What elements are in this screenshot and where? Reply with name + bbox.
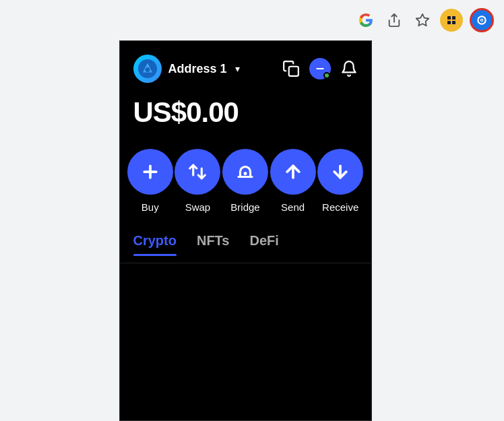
buy-label: Buy: [141, 201, 159, 213]
svg-point-12: [145, 67, 150, 72]
defi-tab-underline: [249, 254, 278, 256]
svg-rect-2: [447, 16, 451, 20]
google-icon[interactable]: [355, 9, 377, 31]
svg-point-17: [243, 172, 247, 175]
address-selector[interactable]: Address 1 ▾: [133, 55, 240, 83]
svg-rect-5: [452, 21, 455, 24]
bridge-label: Bridge: [230, 201, 259, 213]
bridge-action[interactable]: Bridge: [222, 149, 268, 213]
receive-action[interactable]: Receive: [317, 149, 363, 213]
popup-container: Address 1 ▾: [0, 40, 504, 421]
svg-point-9: [481, 20, 482, 21]
swap-button[interactable]: [175, 149, 220, 195]
active-extension-icon[interactable]: [470, 8, 494, 32]
swap-action[interactable]: Swap: [175, 149, 220, 213]
defi-tab-label: DeFi: [249, 233, 278, 249]
send-label: Send: [281, 201, 305, 213]
receive-button[interactable]: [317, 149, 363, 195]
header-actions: [282, 58, 358, 79]
svg-rect-3: [452, 16, 455, 20]
avatar: [133, 55, 162, 83]
tab-defi[interactable]: DeFi: [249, 233, 278, 263]
star-icon[interactable]: [412, 9, 433, 31]
nfts-tab-label: NFTs: [197, 233, 230, 249]
tabs-section: Crypto NFTs DeFi: [120, 226, 371, 263]
svg-rect-13: [288, 67, 298, 76]
bridge-button[interactable]: [222, 149, 268, 195]
buy-action[interactable]: Buy: [127, 149, 173, 213]
swap-label: Swap: [185, 201, 211, 213]
tab-crypto[interactable]: Crypto: [133, 233, 177, 263]
page-container: Address 1 ▾: [0, 0, 504, 421]
chevron-down-icon: ▾: [235, 63, 240, 74]
svg-rect-4: [447, 21, 451, 24]
actions-section: Buy Swap: [120, 142, 371, 226]
address-name: Address 1: [168, 62, 227, 76]
browser-toolbar: [0, 0, 504, 40]
receive-label: Receive: [322, 201, 358, 213]
buy-button[interactable]: [127, 149, 173, 195]
crypto-tab-underline: [133, 254, 177, 256]
share-icon[interactable]: [383, 9, 405, 31]
copy-icon[interactable]: [282, 60, 300, 77]
online-indicator: [323, 72, 330, 79]
send-button[interactable]: [270, 149, 316, 195]
tab-nfts[interactable]: NFTs: [197, 233, 230, 263]
send-action[interactable]: Send: [270, 149, 316, 213]
binance-extension-icon[interactable]: [440, 9, 463, 32]
balance-section: US$0.00: [120, 90, 371, 142]
wallet-header: Address 1 ▾: [120, 41, 371, 90]
balance-amount: US$0.00: [133, 96, 358, 129]
nfts-tab-underline: [197, 254, 230, 256]
wallet-popup: Address 1 ▾: [119, 40, 372, 421]
bell-icon[interactable]: [340, 60, 358, 77]
crypto-tab-label: Crypto: [133, 233, 177, 249]
svg-marker-1: [416, 14, 429, 26]
profile-button[interactable]: [309, 58, 331, 79]
